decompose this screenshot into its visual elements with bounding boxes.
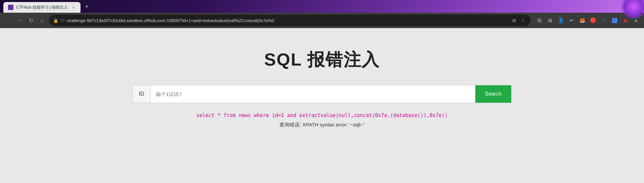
browser-chrome: CTFHub 技能学习 | 报错注入 × + ← → ↻ ⌂ 🔒 🛡 ⊞ ☆ ⊟ bbox=[0, 0, 644, 28]
sidebar-icon[interactable]: ⊟ bbox=[535, 16, 544, 25]
page-content: SQL 报错注入 ID Search select * from news wh… bbox=[0, 28, 644, 183]
navigation-bar: ← → ↻ ⌂ 🔒 🛡 ⊞ ☆ ⊟ ⧉ 👤 ↩ 🦊 🔴 ⊘ bbox=[0, 13, 644, 28]
address-input[interactable] bbox=[67, 18, 508, 23]
tab-favicon bbox=[8, 5, 13, 10]
tab-close-button[interactable]: × bbox=[70, 5, 76, 10]
forward-button[interactable]: → bbox=[15, 16, 24, 25]
nav-right-icons: ⊟ ⧉ 👤 ↩ 🦊 🔴 ⊘ 🅿 ◉ ≡ bbox=[535, 16, 641, 25]
new-tab-button[interactable]: + bbox=[82, 2, 91, 11]
tab-bar: CTFHub 技能学习 | 报错注入 × + bbox=[0, 0, 644, 13]
extension1-icon[interactable]: 🦊 bbox=[578, 16, 587, 25]
history-back-icon[interactable]: ↩ bbox=[567, 16, 576, 25]
tab-title: CTFHub 技能学习 | 报错注入 bbox=[16, 5, 68, 10]
tab-view-icon[interactable]: ⧉ bbox=[545, 16, 555, 25]
search-form: ID Search bbox=[132, 85, 512, 103]
shield-icon: 🛡 bbox=[60, 18, 65, 23]
profile-icon[interactable]: 👤 bbox=[556, 16, 566, 25]
error-message: 查询错误: XPATH syntax error: '~sqli~' bbox=[279, 122, 365, 128]
reload-button[interactable]: ↻ bbox=[26, 16, 36, 25]
search-button[interactable]: Search bbox=[475, 85, 511, 103]
address-bar-container[interactable]: 🔒 🛡 ⊞ ☆ bbox=[49, 15, 531, 26]
page-wrapper: SQL 报错注入 ID Search select * from news wh… bbox=[132, 48, 512, 128]
search-input[interactable] bbox=[151, 85, 475, 103]
address-bar-actions: ⊞ ☆ bbox=[511, 17, 527, 24]
extension3-icon[interactable]: ⊘ bbox=[599, 16, 608, 25]
active-tab[interactable]: CTFHub 技能学习 | 报错注入 × bbox=[3, 2, 80, 13]
back-button[interactable]: ← bbox=[3, 16, 13, 25]
bookmark-icon[interactable]: ☆ bbox=[519, 17, 527, 24]
menu-button[interactable]: ≡ bbox=[631, 16, 641, 25]
extensions-icon[interactable]: ⊞ bbox=[511, 17, 518, 24]
extension2-icon[interactable]: 🔴 bbox=[588, 16, 598, 25]
extension4-icon[interactable]: 🅿 bbox=[610, 16, 619, 25]
extension5-icon[interactable]: ◉ bbox=[621, 16, 630, 25]
sql-query-display: select * from news where id=1 and extrac… bbox=[196, 112, 448, 118]
home-button[interactable]: ⌂ bbox=[38, 16, 47, 25]
security-icon: 🔒 bbox=[53, 18, 58, 23]
search-label: ID bbox=[133, 85, 151, 103]
browser-window: CTFHub 技能学习 | 报错注入 × + ← → ↻ ⌂ 🔒 🛡 ⊞ ☆ ⊟ bbox=[0, 0, 644, 183]
page-title: SQL 报错注入 bbox=[264, 48, 380, 72]
